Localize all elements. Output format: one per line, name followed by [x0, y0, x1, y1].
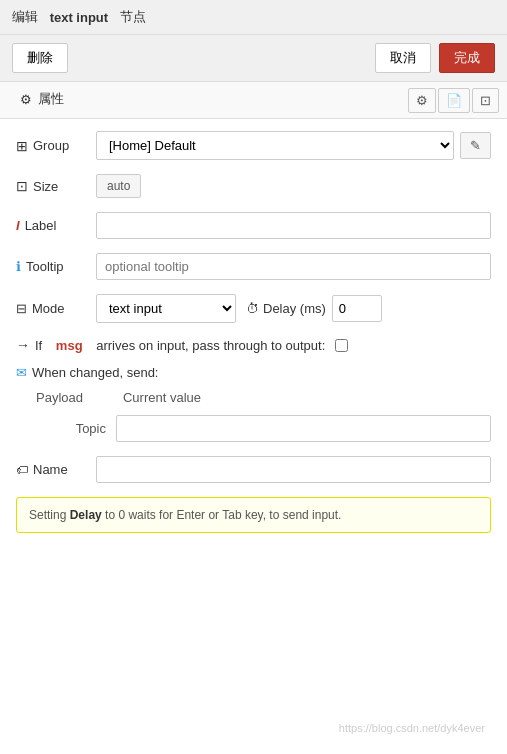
- name-label: Name: [16, 462, 86, 477]
- gear-icon: [20, 92, 32, 107]
- delay-input[interactable]: [332, 295, 382, 322]
- group-edit-button[interactable]: ✎: [460, 132, 491, 159]
- name-row: Name: [16, 456, 491, 483]
- payload-row: Payload Current value: [36, 390, 491, 405]
- tooltip-icon: [16, 259, 21, 274]
- topic-label: Topic: [36, 421, 106, 436]
- tag-icon: [16, 462, 28, 477]
- group-icon: [16, 138, 28, 154]
- size-row: Size auto: [16, 174, 491, 198]
- tab-icon-settings[interactable]: ⚙: [408, 88, 436, 113]
- label-row: Label: [16, 212, 491, 239]
- tab-properties-label: 属性: [38, 90, 64, 108]
- title-prefix: 编辑: [12, 8, 38, 26]
- msg-if-text: If: [35, 338, 42, 353]
- label-input[interactable]: [96, 212, 491, 239]
- mode-select[interactable]: text input: [96, 294, 236, 323]
- pass-through-checkbox[interactable]: [335, 339, 348, 352]
- msg-highlight: msg: [56, 338, 83, 353]
- size-icon: [16, 178, 28, 194]
- tooltip-input[interactable]: [96, 253, 491, 280]
- clock-icon: Delay (ms): [246, 301, 326, 316]
- delay-label-text: Delay (ms): [263, 301, 326, 316]
- title-node-type: text input: [50, 10, 109, 25]
- toolbar: 删除 取消 完成: [0, 35, 507, 82]
- group-row: Group [Home] Default ✎: [16, 131, 491, 160]
- when-changed-section: When changed, send:: [16, 365, 491, 380]
- clock-symbol: [246, 301, 259, 316]
- when-changed-label: When changed, send:: [32, 365, 158, 380]
- payload-value: Current value: [123, 390, 201, 405]
- info-bold: Delay: [70, 508, 102, 522]
- watermark: https://blog.csdn.net/dyk4ever: [327, 712, 497, 744]
- group-label: Group: [16, 138, 86, 154]
- cancel-button[interactable]: 取消: [375, 43, 431, 73]
- size-label: Size: [16, 178, 86, 194]
- group-select[interactable]: [Home] Default: [96, 131, 454, 160]
- delete-button[interactable]: 删除: [12, 43, 68, 73]
- payload-label: Payload: [36, 390, 83, 405]
- tooltip-label: Tooltip: [16, 259, 86, 274]
- done-button[interactable]: 完成: [439, 43, 495, 73]
- tab-bar: 属性 ⚙ 📄 ⊡: [0, 82, 507, 119]
- mail-icon: [16, 365, 27, 380]
- tooltip-row: Tooltip: [16, 253, 491, 280]
- size-auto-badge: auto: [96, 174, 141, 198]
- label-label: Label: [16, 218, 86, 233]
- name-input[interactable]: [96, 456, 491, 483]
- msg-rest-text: arrives on input, pass through to output…: [96, 338, 325, 353]
- tab-icon-grid[interactable]: ⊡: [472, 88, 499, 113]
- mode-icon: [16, 301, 27, 316]
- topic-row: Topic: [36, 415, 491, 442]
- info-box: Setting Delay to 0 waits for Enter or Ta…: [16, 497, 491, 533]
- tab-properties[interactable]: 属性: [8, 82, 76, 118]
- mode-label: Mode: [16, 301, 86, 316]
- title-suffix: 节点: [120, 8, 146, 26]
- title-bar: 编辑 text input 节点: [0, 0, 507, 35]
- topic-input[interactable]: [116, 415, 491, 442]
- tab-icon-doc[interactable]: 📄: [438, 88, 470, 113]
- info-text-after: to 0 waits for Enter or Tab key, to send…: [102, 508, 342, 522]
- info-text-before: Setting: [29, 508, 70, 522]
- mode-row: Mode text input Delay (ms): [16, 294, 491, 323]
- arrow-icon: →: [16, 337, 30, 353]
- form-body: Group [Home] Default ✎ Size auto Label T…: [0, 119, 507, 545]
- label-icon: [16, 218, 20, 233]
- msg-arrives-row: → If msg arrives on input, pass through …: [16, 337, 491, 353]
